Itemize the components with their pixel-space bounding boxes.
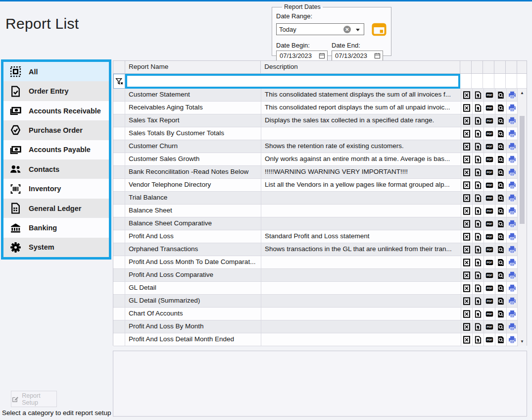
report-name-cell[interactable]: GL Detail (Summarized) bbox=[125, 295, 261, 308]
table-row[interactable]: GL Detail (Summarized)PDF bbox=[113, 295, 518, 308]
pdf-export-button[interactable]: PDF bbox=[484, 127, 495, 140]
excel-export-button[interactable] bbox=[461, 166, 473, 179]
excel-export-button[interactable] bbox=[461, 140, 473, 153]
pdf-export-button[interactable]: PDF bbox=[484, 205, 495, 217]
print-button[interactable] bbox=[507, 269, 518, 282]
print-button[interactable] bbox=[507, 333, 518, 346]
print-button[interactable] bbox=[507, 320, 518, 333]
print-button[interactable] bbox=[507, 256, 518, 269]
excel-export-button[interactable] bbox=[461, 89, 473, 102]
excel-export-button[interactable] bbox=[461, 153, 473, 166]
word-export-button[interactable] bbox=[473, 140, 484, 153]
print-button[interactable] bbox=[507, 243, 518, 256]
report-name-cell[interactable]: Customer Sales Growth bbox=[125, 153, 261, 166]
preview-button[interactable] bbox=[495, 205, 507, 217]
word-export-button[interactable] bbox=[473, 179, 484, 192]
table-row[interactable]: Receivables Aging TotalsThis consolidate… bbox=[113, 102, 518, 114]
preview-button[interactable] bbox=[495, 166, 507, 179]
preview-button[interactable] bbox=[495, 243, 507, 256]
sidebar-item-accounts-payable[interactable]: Accounts Payable bbox=[3, 140, 109, 159]
print-button[interactable] bbox=[507, 308, 518, 320]
calendar-icon[interactable] bbox=[319, 52, 325, 59]
header-report-name[interactable]: Report Name bbox=[125, 61, 261, 74]
pdf-export-button[interactable]: PDF bbox=[484, 256, 495, 269]
chevron-down-icon[interactable] bbox=[356, 29, 360, 31]
pdf-export-button[interactable]: PDF bbox=[484, 282, 495, 295]
table-row[interactable]: Profit And LossStandard Profit and Loss … bbox=[113, 230, 518, 243]
print-button[interactable] bbox=[507, 114, 518, 127]
pdf-export-button[interactable]: PDF bbox=[484, 89, 495, 102]
preview-button[interactable] bbox=[495, 308, 507, 320]
excel-export-button[interactable] bbox=[461, 333, 473, 346]
table-row[interactable]: Customer StatementThis consolidated stat… bbox=[113, 89, 518, 102]
sidebar-item-all[interactable]: All bbox=[3, 62, 109, 81]
excel-export-button[interactable] bbox=[461, 256, 473, 269]
word-export-button[interactable] bbox=[473, 114, 484, 127]
word-export-button[interactable] bbox=[473, 166, 484, 179]
report-name-cell[interactable]: Profit And Loss Detail Month Ended bbox=[125, 333, 261, 346]
pdf-export-button[interactable]: PDF bbox=[484, 153, 495, 166]
word-export-button[interactable] bbox=[473, 230, 484, 243]
word-export-button[interactable] bbox=[473, 89, 484, 102]
report-name-cell[interactable]: Customer Churn bbox=[125, 140, 261, 153]
preview-button[interactable] bbox=[495, 179, 507, 192]
date-begin-field[interactable]: 07/13/2023 bbox=[276, 51, 328, 61]
excel-export-button[interactable] bbox=[461, 269, 473, 282]
pdf-export-button[interactable]: PDF bbox=[484, 230, 495, 243]
preview-button[interactable] bbox=[495, 127, 507, 140]
report-name-cell[interactable]: Balance Sheet Comparative bbox=[125, 217, 261, 230]
excel-export-button[interactable] bbox=[461, 102, 473, 114]
pdf-export-button[interactable]: PDF bbox=[484, 320, 495, 333]
word-export-button[interactable] bbox=[473, 102, 484, 114]
preview-button[interactable] bbox=[495, 102, 507, 114]
preview-button[interactable] bbox=[495, 282, 507, 295]
sidebar-item-contacts[interactable]: Contacts bbox=[3, 159, 109, 179]
print-button[interactable] bbox=[507, 166, 518, 179]
table-row[interactable]: Customer Sales GrowthOnly works against … bbox=[113, 153, 518, 166]
scroll-up-arrow-icon[interactable]: ▲ bbox=[518, 89, 527, 97]
word-export-button[interactable] bbox=[473, 243, 484, 256]
report-name-cell[interactable]: Bank Reconcilitation -Read Notes Below bbox=[125, 166, 261, 179]
word-export-button[interactable] bbox=[473, 282, 484, 295]
excel-export-button[interactable] bbox=[461, 295, 473, 308]
print-button[interactable] bbox=[507, 127, 518, 140]
pdf-export-button[interactable]: PDF bbox=[484, 308, 495, 320]
report-name-cell[interactable]: Trial Balance bbox=[125, 192, 261, 205]
preview-button[interactable] bbox=[495, 217, 507, 230]
word-export-button[interactable] bbox=[473, 269, 484, 282]
pdf-export-button[interactable]: PDF bbox=[484, 217, 495, 230]
table-row[interactable]: Sales Tax ReportDisplays the sales tax c… bbox=[113, 114, 518, 127]
table-row[interactable]: Chart Of AccountsPDF bbox=[113, 308, 518, 320]
print-button[interactable] bbox=[507, 89, 518, 102]
report-setup-button[interactable]: Report Setup bbox=[11, 391, 57, 407]
calendar-icon[interactable] bbox=[371, 21, 387, 37]
pdf-export-button[interactable]: PDF bbox=[484, 243, 495, 256]
scroll-down-arrow-icon[interactable]: ▼ bbox=[518, 337, 527, 346]
word-export-button[interactable] bbox=[473, 295, 484, 308]
preview-button[interactable] bbox=[495, 230, 507, 243]
table-row[interactable]: Bank Reconcilitation -Read Notes Below!!… bbox=[113, 166, 518, 179]
vertical-scrollbar[interactable]: ▲ ▼ bbox=[517, 89, 527, 346]
pdf-export-button[interactable]: PDF bbox=[484, 269, 495, 282]
pdf-export-button[interactable]: PDF bbox=[484, 192, 495, 205]
report-name-cell[interactable]: Orphaned Transactions bbox=[125, 243, 261, 256]
calendar-icon[interactable] bbox=[374, 52, 381, 59]
print-button[interactable] bbox=[507, 153, 518, 166]
table-row[interactable]: Trial BalancePDF bbox=[113, 192, 518, 205]
clear-icon[interactable]: ✕ bbox=[343, 26, 351, 33]
filter-input[interactable] bbox=[125, 74, 460, 89]
pdf-export-button[interactable]: PDF bbox=[484, 295, 495, 308]
print-button[interactable] bbox=[507, 192, 518, 205]
print-button[interactable] bbox=[507, 179, 518, 192]
report-name-cell[interactable]: Sales Tax Report bbox=[125, 114, 261, 127]
preview-button[interactable] bbox=[495, 140, 507, 153]
pdf-export-button[interactable]: PDF bbox=[484, 166, 495, 179]
excel-export-button[interactable] bbox=[461, 192, 473, 205]
preview-button[interactable] bbox=[495, 153, 507, 166]
print-button[interactable] bbox=[507, 230, 518, 243]
excel-export-button[interactable] bbox=[461, 127, 473, 140]
word-export-button[interactable] bbox=[473, 217, 484, 230]
print-button[interactable] bbox=[507, 295, 518, 308]
date-range-combobox[interactable]: Today ✕ bbox=[276, 23, 364, 35]
pdf-export-button[interactable]: PDF bbox=[484, 333, 495, 346]
